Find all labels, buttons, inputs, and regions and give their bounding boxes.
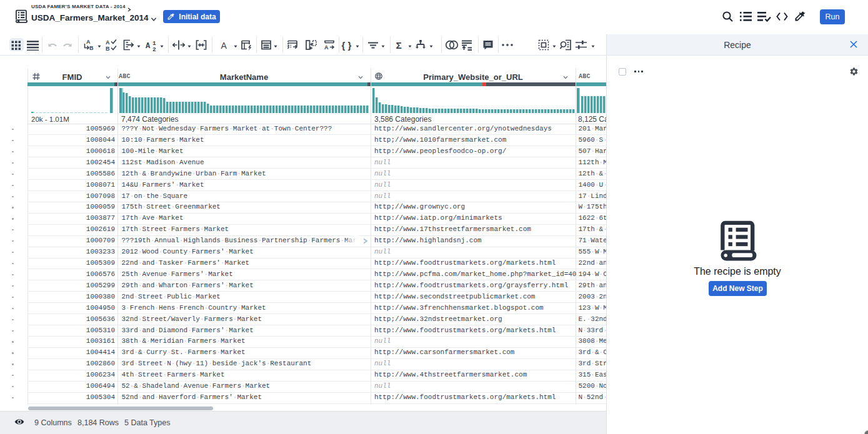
svg-text:B: B: [89, 45, 94, 51]
svg-text:2: 2: [152, 46, 156, 52]
svg-text:B: B: [106, 46, 110, 51]
svg-text:A: A: [146, 42, 151, 51]
svg-text:A: A: [86, 39, 91, 45]
svg-text:A: A: [106, 39, 110, 46]
svg-text:Σ: Σ: [396, 40, 402, 51]
svg-text:A: A: [221, 41, 227, 51]
svg-text:A: A: [324, 44, 329, 51]
svg-text:{ }: { }: [342, 40, 352, 51]
